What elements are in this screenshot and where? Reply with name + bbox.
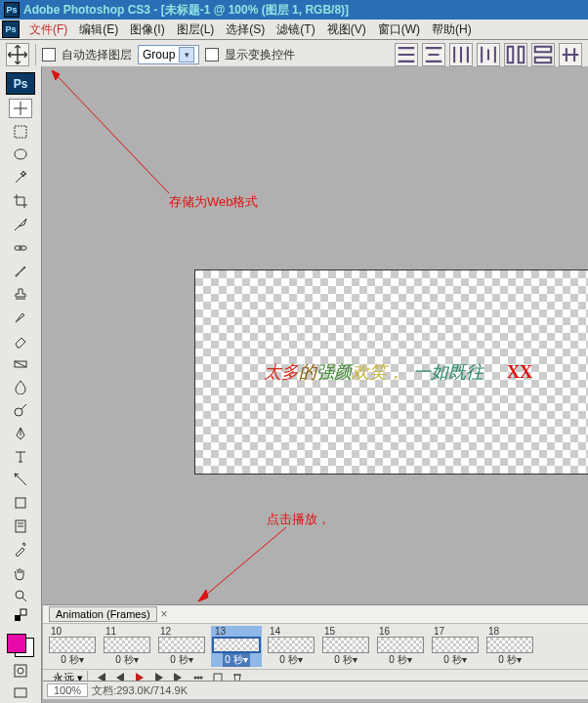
svg-point-7 [15, 408, 22, 416]
frame-thumb [268, 637, 315, 653]
ps-logo-icon: Ps [6, 72, 35, 95]
animation-frame[interactable]: 160 秒▾ [375, 626, 426, 667]
animation-panel: Animation (Frames) × 100 秒▾110 秒▾120 秒▾1… [43, 604, 588, 682]
ps-icon: Ps [2, 21, 20, 38]
svg-rect-15 [15, 615, 21, 621]
zoom-field[interactable]: 100% [47, 683, 88, 697]
frame-duration[interactable]: 0 秒▾ [441, 653, 468, 667]
status-bar: 100% 文档:293.0K/714.9K [43, 681, 588, 699]
eyedropper-tool[interactable] [9, 540, 32, 559]
auto-select-checkbox[interactable] [42, 48, 56, 62]
toolbox-bottom [0, 601, 42, 703]
frame-duration[interactable]: 0 秒▾ [59, 653, 85, 667]
frame-thumb [322, 637, 369, 653]
menu-window[interactable]: 窗口(W) [372, 20, 426, 40]
wand-tool[interactable] [9, 169, 32, 188]
gradient-tool[interactable] [9, 354, 32, 374]
brush-tool[interactable] [9, 262, 32, 281]
stamp-tool[interactable] [9, 284, 32, 304]
show-transform-checkbox[interactable] [205, 48, 219, 62]
notes-tool[interactable] [9, 517, 32, 536]
blur-tool[interactable] [9, 378, 32, 397]
align-icon[interactable] [395, 43, 418, 66]
distribute-icon[interactable] [531, 43, 555, 66]
chevron-down-icon: ▾ [179, 47, 194, 62]
menu-view[interactable]: 视图(V) [321, 20, 372, 40]
animation-frame[interactable]: 180 秒▾ [484, 626, 535, 667]
svg-rect-1 [519, 47, 525, 63]
frame-duration[interactable]: 0 秒▾ [496, 653, 523, 667]
move-tool-icon[interactable] [6, 43, 29, 66]
frame-thumb [486, 637, 533, 653]
svg-rect-17 [15, 665, 26, 677]
color-swatches[interactable] [7, 634, 34, 657]
shape-tool[interactable] [9, 493, 32, 513]
align-icon[interactable] [477, 43, 500, 66]
menu-help[interactable]: 帮助(H) [426, 20, 478, 40]
distribute-icon[interactable] [504, 43, 527, 66]
svg-rect-8 [16, 498, 25, 508]
type-tool[interactable] [9, 447, 32, 467]
menu-edit[interactable]: 编辑(E) [73, 20, 124, 40]
eraser-tool[interactable] [9, 331, 32, 351]
menu-layer[interactable]: 图层(L) [171, 20, 221, 40]
dodge-tool[interactable] [9, 400, 32, 420]
menu-image[interactable]: 图像(I) [124, 20, 170, 40]
svg-rect-0 [508, 47, 514, 63]
svg-rect-3 [535, 58, 552, 63]
foreground-color[interactable] [7, 634, 26, 653]
svg-point-18 [18, 668, 23, 674]
animation-frame[interactable]: 130 秒▾ [211, 626, 262, 667]
align-icon[interactable] [422, 43, 445, 66]
frame-duration[interactable]: 0 秒▾ [168, 653, 194, 667]
group-dropdown[interactable]: Group ▾ [138, 45, 199, 64]
hand-tool[interactable] [9, 563, 32, 583]
animation-tab[interactable]: Animation (Frames) [49, 606, 157, 622]
animation-frame[interactable]: 140 秒▾ [266, 626, 316, 667]
move-tool[interactable] [9, 99, 32, 118]
history-brush-tool[interactable] [9, 308, 32, 327]
title-bar: Ps Adobe Photoshop CS3 - [未标题-1 @ 100% (… [0, 0, 588, 20]
lasso-tool[interactable] [9, 145, 32, 165]
frame-duration[interactable]: 0 秒▾ [277, 653, 304, 667]
divider [35, 44, 36, 65]
close-icon[interactable]: × [161, 607, 168, 621]
svg-rect-4 [15, 126, 26, 138]
switch-colors-icon[interactable] [9, 605, 32, 624]
slice-tool[interactable] [9, 215, 32, 234]
quickmask-icon[interactable] [9, 661, 32, 680]
menu-file[interactable]: 文件(F) [23, 20, 73, 40]
svg-point-21 [197, 677, 200, 680]
document-canvas[interactable]: 太多的强颜欢笑， 一如既往XX [194, 269, 588, 475]
pen-tool[interactable] [9, 424, 32, 443]
frame-thumb [104, 637, 150, 653]
menu-select[interactable]: 选择(S) [220, 20, 271, 40]
frame-duration[interactable]: 0 秒▾ [223, 653, 249, 667]
animation-frame[interactable]: 170 秒▾ [430, 626, 481, 667]
frame-duration[interactable]: 0 秒▾ [332, 653, 358, 667]
animation-tab-bar: Animation (Frames) × [43, 605, 588, 624]
frame-duration[interactable]: 0 秒▾ [113, 653, 140, 667]
annotation-arrow [189, 525, 306, 613]
auto-select-label: 自动选择图层 [62, 47, 132, 63]
heal-tool[interactable] [9, 238, 32, 258]
marquee-tool[interactable] [9, 122, 32, 142]
animation-frame[interactable]: 150 秒▾ [320, 626, 371, 667]
frame-thumb [377, 637, 424, 653]
crop-tool[interactable] [9, 191, 32, 211]
menu-bar: Ps 文件(F) 编辑(E) 图像(I) 图层(L) 选择(S) 滤镜(T) 视… [0, 20, 588, 40]
distribute-icon[interactable] [559, 43, 582, 66]
svg-line-13 [198, 527, 286, 601]
animation-frame[interactable]: 100 秒▾ [47, 626, 98, 667]
frame-number: 12 [160, 626, 171, 637]
align-icon[interactable] [449, 43, 473, 66]
animation-frame[interactable]: 110 秒▾ [102, 626, 152, 667]
path-tool[interactable] [9, 471, 32, 490]
menu-filter[interactable]: 滤镜(T) [271, 20, 320, 40]
screenmode-icon[interactable] [9, 684, 32, 703]
animation-frame[interactable]: 120 秒▾ [156, 626, 207, 667]
frame-duration[interactable]: 0 秒▾ [387, 653, 413, 667]
animation-frames: 100 秒▾110 秒▾120 秒▾130 秒▾140 秒▾150 秒▾160 … [43, 624, 588, 669]
frame-number: 11 [105, 626, 116, 637]
workspace: Ps 存储为Web格式 太多的强颜欢笑， 一如既往XX [0, 66, 588, 605]
